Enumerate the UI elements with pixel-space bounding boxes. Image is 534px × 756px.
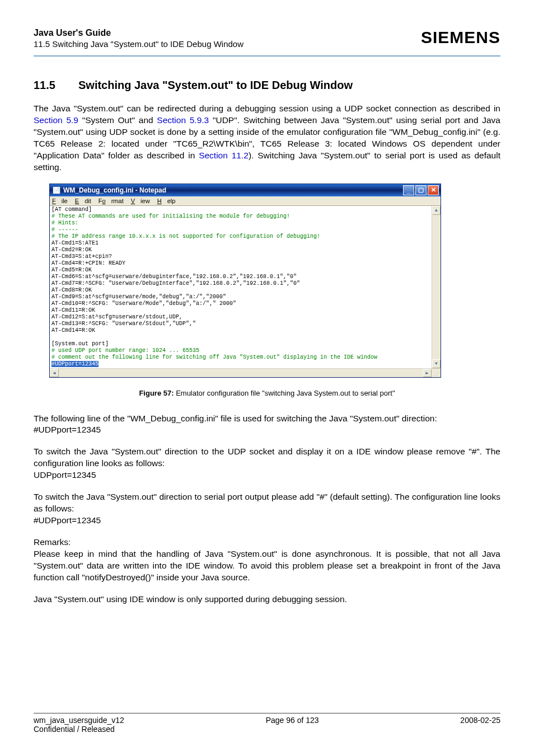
paragraph-4: To switch the Java "System.out" directio… bbox=[34, 491, 500, 515]
page-header: Java User's Guide 11.5 Switching Java "S… bbox=[34, 28, 500, 57]
section-heading: 11.5Switching Java "System.out" to IDE D… bbox=[34, 79, 500, 92]
notepad-title: WM_Debug_config.ini - Notepad bbox=[63, 186, 166, 194]
scroll-down-icon[interactable]: ▼ bbox=[432, 359, 441, 368]
link-section-5-9-3[interactable]: Section 5.9.3 bbox=[157, 115, 209, 125]
doc-title: Java User's Guide bbox=[34, 28, 243, 38]
menu-view[interactable]: View bbox=[131, 198, 150, 204]
minimize-button[interactable]: _ bbox=[403, 185, 414, 195]
figure-57: 📄 WM_Debug_config.ini - Notepad _ ▢ ✕ Fi… bbox=[49, 184, 500, 397]
paragraph-6: Java "System.out" using IDE window is on… bbox=[34, 594, 500, 605]
menu-help[interactable]: Help bbox=[157, 198, 176, 204]
link-section-11-2[interactable]: Section 11.2 bbox=[199, 151, 249, 160]
code-line-3: #UDPport=12345 bbox=[34, 515, 500, 527]
footer-date: 2008-02-25 bbox=[460, 716, 500, 734]
paragraph-2: The following line of the "WM_Debug_conf… bbox=[34, 413, 500, 425]
notepad-icon: 📄 bbox=[53, 186, 60, 194]
resize-grip-icon[interactable]: ⋰ bbox=[432, 369, 441, 377]
footer-page: Page 96 of 123 bbox=[266, 716, 319, 734]
footer-classification: Confidential / Released bbox=[34, 725, 124, 734]
code-line-2: UDPport=12345 bbox=[34, 469, 500, 481]
menu-file[interactable]: File bbox=[52, 198, 68, 204]
menu-edit[interactable]: Edit bbox=[75, 198, 91, 204]
scroll-right-icon[interactable]: ▶ bbox=[423, 369, 432, 377]
section-title: Switching Java "System.out" to IDE Debug… bbox=[78, 79, 353, 91]
scroll-left-icon[interactable]: ◀ bbox=[50, 369, 59, 377]
horizontal-scrollbar[interactable]: ◀ ▶ ⋰ bbox=[50, 368, 441, 377]
link-section-5-9[interactable]: Section 5.9 bbox=[34, 115, 78, 125]
paragraph-3: To switch the Java "System.out" directio… bbox=[34, 446, 500, 469]
brand-logo: SIEMENS bbox=[421, 28, 500, 47]
highlighted-line: #UDPport=12345 bbox=[51, 361, 99, 367]
remarks-label: Remarks: bbox=[34, 537, 500, 548]
figure-caption: Figure 57: Emulator configuration file "… bbox=[34, 389, 500, 397]
maximize-button[interactable]: ▢ bbox=[415, 185, 427, 195]
notepad-titlebar: 📄 WM_Debug_config.ini - Notepad _ ▢ ✕ bbox=[50, 184, 441, 196]
scroll-up-icon[interactable]: ▲ bbox=[432, 206, 441, 215]
notepad-window: 📄 WM_Debug_config.ini - Notepad _ ▢ ✕ Fi… bbox=[49, 184, 441, 378]
doc-subtitle: 11.5 Switching Java "System.out" to IDE … bbox=[34, 39, 243, 49]
code-line-1: #UDPport=12345 bbox=[34, 424, 500, 436]
paragraph-5: Please keep in mind that the handling of… bbox=[34, 548, 500, 584]
close-button[interactable]: ✕ bbox=[428, 185, 439, 195]
section-number: 11.5 bbox=[34, 79, 78, 92]
vertical-scrollbar[interactable]: ▲ ▼ bbox=[432, 206, 441, 368]
paragraph-1: The Java "System.out" can be redirected … bbox=[34, 103, 500, 173]
notepad-content[interactable]: [AT command] # These AT commands are use… bbox=[50, 206, 432, 368]
page-footer: wm_java_usersguide_v12 Confidential / Re… bbox=[34, 713, 500, 734]
notepad-menubar: File Edit Format View Help bbox=[50, 196, 441, 206]
menu-format[interactable]: Format bbox=[99, 198, 124, 204]
footer-docid: wm_java_usersguide_v12 bbox=[34, 716, 124, 725]
